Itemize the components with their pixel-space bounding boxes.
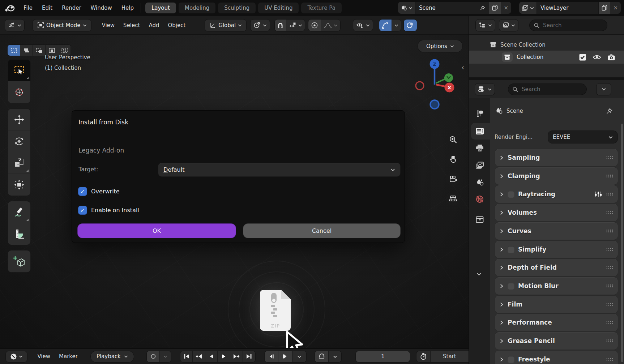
tab-tool[interactable]	[473, 106, 487, 121]
gizmo-minus-z-axis[interactable]	[430, 100, 439, 109]
pin-icon[interactable]	[480, 5, 485, 11]
options-dropdown[interactable]: Options	[418, 40, 462, 52]
menu-window[interactable]: Window	[86, 3, 117, 13]
properties-editor-type-button[interactable]	[475, 83, 495, 95]
play-reverse-button[interactable]	[205, 351, 218, 362]
pan-button[interactable]	[446, 152, 460, 166]
tab-output[interactable]	[473, 141, 487, 155]
transform-orientation-dropdown[interactable]: Global	[205, 20, 246, 31]
keying-dropdown[interactable]	[160, 351, 171, 362]
play-button[interactable]	[218, 351, 230, 362]
show-gizmo-dropdown[interactable]	[353, 20, 373, 31]
viewlayer-name-field[interactable]: ViewLayer	[537, 2, 598, 14]
timeline-editor-type-button[interactable]	[6, 351, 27, 362]
viewport-menu-object[interactable]: Object	[163, 20, 190, 31]
section-drag-handle[interactable]	[606, 211, 614, 214]
scene-browse-button[interactable]	[398, 2, 415, 14]
snap-pivot-dropdown[interactable]	[251, 20, 270, 31]
select-mode-box[interactable]	[8, 45, 20, 56]
next-keyframe-button[interactable]	[230, 351, 243, 362]
proportional-falloff-dropdown[interactable]	[321, 20, 340, 31]
section-drag-handle[interactable]	[606, 339, 614, 343]
viewport-menu-add[interactable]: Add	[144, 20, 163, 31]
section-checkbox[interactable]	[508, 191, 514, 198]
camera-view-button[interactable]	[446, 172, 460, 186]
section-checkbox[interactable]	[508, 356, 514, 363]
next-frame-button[interactable]	[278, 351, 292, 362]
region-collapse-arrow[interactable]: ‹	[461, 63, 464, 72]
select-mode-extend[interactable]	[20, 45, 33, 56]
use-preview-range-button[interactable]	[416, 351, 430, 362]
previous-keyframe-button[interactable]	[193, 351, 205, 362]
disable-render-camera-icon[interactable]	[607, 54, 615, 61]
jump-to-end-button[interactable]	[243, 351, 255, 362]
previous-frame-button[interactable]	[265, 351, 278, 362]
outliner-editor-type-button[interactable]	[476, 20, 495, 31]
tab-world[interactable]	[473, 192, 487, 206]
scene-unlink-button[interactable]: ✕	[501, 2, 511, 14]
snap-target-dropdown[interactable]	[286, 20, 305, 31]
viewlayer-new-button[interactable]	[598, 2, 610, 14]
section-drag-handle[interactable]	[606, 174, 614, 178]
ok-button[interactable]: OK	[78, 224, 236, 238]
section-grease-pencil[interactable]: Grease Pencil	[495, 332, 618, 350]
section-depth-of-field[interactable]: Depth of Field	[495, 259, 618, 276]
properties-scrollbar[interactable]	[621, 124, 623, 362]
section-motion-blur[interactable]: Motion Blur	[495, 277, 618, 295]
tab-strip-more-chevron[interactable]	[476, 272, 482, 276]
section-drag-handle[interactable]	[606, 284, 614, 288]
tab-scene[interactable]	[473, 175, 487, 189]
gizmo-y-axis[interactable]	[444, 73, 453, 82]
gizmos-dropdown[interactable]	[392, 20, 401, 31]
section-drag-handle[interactable]	[606, 156, 614, 159]
section-drag-handle[interactable]	[606, 229, 614, 233]
section-curves[interactable]: Curves	[495, 222, 618, 240]
section-volumes[interactable]: Volumes	[495, 204, 618, 221]
outliner-search-input[interactable]	[542, 22, 586, 29]
3d-viewport[interactable]: Options User Perspective (1) Collection	[0, 35, 469, 348]
section-drag-handle[interactable]	[606, 192, 614, 196]
keying-set-dropdown[interactable]	[329, 351, 341, 362]
section-checkbox[interactable]	[508, 246, 514, 253]
viewlayer-browse-button[interactable]	[519, 2, 537, 14]
blender-logo-icon[interactable]	[4, 3, 15, 13]
section-drag-handle[interactable]	[606, 357, 614, 361]
properties-options-button[interactable]	[597, 83, 611, 95]
navigation-gizmo[interactable]: Z X	[412, 58, 463, 112]
section-freestyle[interactable]: Freestyle	[495, 351, 618, 364]
outliner-row-scene-collection[interactable]: Scene Collection	[469, 39, 624, 51]
jump-to-start-button[interactable]	[180, 351, 193, 362]
tab-collection[interactable]	[473, 212, 487, 227]
menu-file[interactable]: File	[19, 3, 37, 13]
tab-render[interactable]	[473, 124, 487, 138]
viewport-menu-select[interactable]: Select	[119, 20, 144, 31]
mode-dropdown[interactable]: Object Mode	[33, 20, 91, 31]
section-sliders-button[interactable]	[594, 191, 602, 197]
tool-select-box[interactable]	[8, 60, 30, 81]
section-drag-handle[interactable]	[606, 248, 614, 251]
menu-edit[interactable]: Edit	[37, 3, 57, 13]
overwrite-checkbox[interactable]: ✓	[78, 187, 87, 196]
tool-annotate[interactable]	[8, 201, 30, 223]
autokey-toggle[interactable]	[147, 351, 160, 362]
auto-keying-button[interactable]	[315, 351, 329, 362]
section-raytracing[interactable]: Raytracing	[495, 185, 618, 203]
gizmo-minus-x-axis[interactable]	[416, 82, 424, 90]
orthographic-grid-button[interactable]	[446, 191, 460, 206]
tool-cursor[interactable]	[8, 81, 30, 103]
snap-toggle[interactable]	[275, 20, 286, 31]
section-drag-handle[interactable]	[606, 266, 614, 269]
hide-eye-icon[interactable]	[593, 54, 601, 60]
render-engine-dropdown[interactable]: EEVEE	[548, 131, 617, 143]
section-checkbox[interactable]	[508, 283, 514, 290]
section-performance[interactable]: Performance	[495, 314, 618, 331]
tool-move[interactable]	[8, 109, 30, 130]
timeline-menu-marker[interactable]: Marker	[55, 351, 82, 362]
properties-search[interactable]	[508, 84, 586, 95]
scene-name-field[interactable]: Scene	[415, 2, 489, 14]
frame-jump-dropdown[interactable]	[292, 351, 306, 362]
exclude-checkbox-icon[interactable]	[579, 53, 586, 61]
current-frame-field[interactable]: 1	[356, 351, 410, 362]
section-film[interactable]: Film	[495, 296, 618, 313]
scene-new-button[interactable]	[489, 2, 501, 14]
